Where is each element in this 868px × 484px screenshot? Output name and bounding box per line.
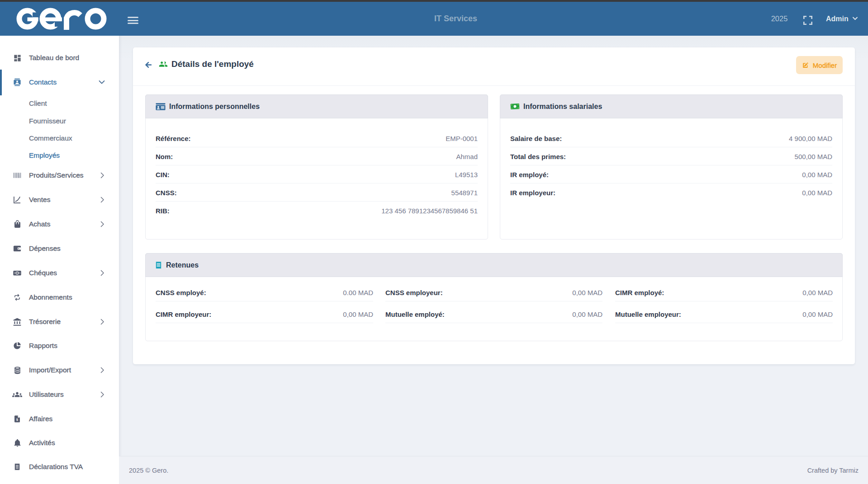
svg-text:$: $ [16,418,18,422]
